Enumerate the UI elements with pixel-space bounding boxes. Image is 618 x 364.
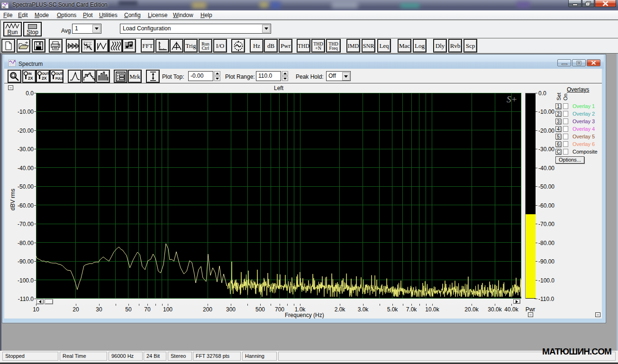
svg-text:IN: IN: [28, 72, 32, 75]
svg-text:SC: SC: [2, 5, 7, 9]
svg-text:FULL: FULL: [55, 77, 63, 80]
svg-text:OUT: OUT: [42, 72, 49, 75]
svg-text:2X: 2X: [28, 76, 33, 81]
svg-text:2X: 2X: [42, 76, 47, 81]
svg-text:OUT: OUT: [56, 72, 63, 75]
